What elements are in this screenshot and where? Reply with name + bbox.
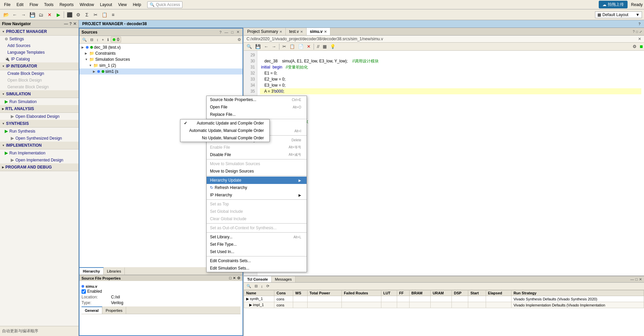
ctx-open-file[interactable]: Open File Alt+O: [207, 103, 307, 111]
nav-item-ip-catalog[interactable]: 🔌 IP Catalog: [0, 56, 78, 62]
sources-add-btn[interactable]: +: [101, 37, 105, 42]
bottom-close[interactable]: ✕: [639, 277, 642, 282]
tab-project-summary-close[interactable]: ✕: [279, 30, 282, 34]
ctx-set-used-in[interactable]: Set Used In...: [207, 248, 307, 255]
editor-cut[interactable]: ✂: [281, 43, 287, 50]
nav-section-rtl[interactable]: ▶ RTL ANALYSIS: [0, 105, 78, 113]
editor-tab-restore[interactable]: □: [636, 30, 638, 34]
submenu-auto-compile[interactable]: ✓ Automatic Update and Compile Order: [180, 119, 269, 127]
ctx-edit-simulation[interactable]: Edit Simulation Sets...: [207, 265, 307, 272]
nav-item-generate-block-design[interactable]: Generate Block Design: [0, 84, 78, 90]
tree-item-constraints[interactable]: ▶ 📁 Constraints: [79, 50, 243, 56]
ctx-hierarchy-update[interactable]: Hierarchy Update ▶: [207, 177, 307, 184]
flow-nav-close[interactable]: ✕: [73, 21, 76, 26]
sfp-tab-properties[interactable]: Properties: [102, 306, 126, 314]
editor-delete[interactable]: ✕: [306, 43, 312, 50]
sfp-tab-general[interactable]: General: [82, 306, 102, 314]
sfp-enabled-checkbox[interactable]: [82, 289, 86, 294]
nav-section-implementation[interactable]: ▼ IMPLEMENTATION: [0, 142, 78, 149]
open-button[interactable]: 📂: [2, 11, 10, 19]
nav-item-create-block-design[interactable]: Create Block Design: [0, 70, 78, 77]
sources-info-btn[interactable]: ℹ: [106, 37, 110, 43]
editor-bulb[interactable]: 💡: [329, 43, 337, 50]
run-button[interactable]: ▶: [54, 11, 62, 19]
sfp-icon-btn1[interactable]: □: [229, 276, 231, 280]
sources-search-btn[interactable]: 🔍: [81, 37, 88, 43]
sources-close[interactable]: ✕: [235, 30, 240, 35]
code-content[interactable]: dec_38 simu(A, E1, E2_low, E3_low, Y_low…: [257, 51, 644, 276]
tab-hierarchy[interactable]: Hierarchy: [79, 267, 104, 275]
menu-layout[interactable]: Layout: [97, 2, 115, 8]
tab-simu-v-close[interactable]: ✕: [324, 30, 327, 34]
editor-tab-help[interactable]: ?: [633, 30, 635, 34]
save-all-button[interactable]: 🗂: [37, 11, 45, 19]
editor-table[interactable]: ▦: [321, 43, 328, 50]
program-button[interactable]: ⬛: [65, 11, 73, 19]
tree-item-sim1[interactable]: ▼ 📁 sim_1 (2): [79, 62, 243, 68]
ctx-edit-constraints[interactable]: Edit Constraints Sets...: [207, 257, 307, 265]
editor-tab-expand[interactable]: ⤢: [639, 30, 642, 34]
filepath-close[interactable]: ✕: [638, 37, 641, 41]
nav-item-run-simulation[interactable]: ▶ Run Simulation: [0, 98, 78, 105]
save-button[interactable]: 💾: [28, 11, 36, 19]
sources-help[interactable]: ?: [218, 30, 222, 35]
undo-button[interactable]: ←: [11, 11, 19, 19]
sources-filter-btn[interactable]: ⊟: [89, 37, 95, 43]
ctx-refresh-hierarchy[interactable]: ↻ Refresh Hierarchy: [207, 184, 307, 191]
layout-select[interactable]: ▦ Default Layout ▼: [595, 11, 642, 18]
editor-back[interactable]: ←: [263, 43, 270, 50]
redo-button[interactable]: →: [19, 11, 28, 19]
ctx-set-file-type[interactable]: Set File Type...: [207, 241, 307, 248]
sources-gear[interactable]: ⚙: [237, 37, 241, 42]
menu-edit[interactable]: Edit: [14, 2, 26, 8]
nav-section-synthesis[interactable]: ▼ SYNTHESIS: [0, 120, 78, 128]
bottom-restore[interactable]: □: [635, 277, 638, 282]
bottom-search[interactable]: 🔍: [245, 283, 253, 289]
submenu-auto-manual[interactable]: Automatic Update, Manual Compile Order: [180, 127, 269, 134]
sfp-icon-btn2[interactable]: ✕: [233, 276, 236, 280]
bottom-minimize[interactable]: —: [630, 277, 634, 282]
nav-item-run-synthesis[interactable]: ▶ Run Synthesis: [0, 128, 78, 135]
bottom-expand[interactable]: ↕: [260, 284, 264, 289]
tab-test-v-close[interactable]: ✕: [300, 30, 303, 34]
menu-view[interactable]: View: [115, 2, 129, 8]
editor-paste[interactable]: 📄: [297, 43, 305, 50]
ctx-move-to-design[interactable]: Move to Design Sources: [207, 167, 307, 175]
editor-save[interactable]: 💾: [254, 43, 262, 50]
upload-button[interactable]: ☁ 拍拖上传: [599, 1, 628, 8]
bottom-tab-messages[interactable]: Messages: [272, 276, 296, 282]
nav-item-run-implementation[interactable]: ▶ Run Implementation: [0, 149, 78, 156]
ctx-ip-hierarchy[interactable]: IP Hierarchy ▶: [207, 191, 307, 199]
ctx-set-library[interactable]: Set Library... Alt+L: [207, 233, 307, 241]
nav-section-program-debug[interactable]: ▶ PROGRAM AND DEBUG: [0, 163, 78, 171]
copy-button[interactable]: 📋: [100, 11, 108, 19]
menu-reports[interactable]: Reports: [57, 2, 76, 8]
nav-item-open-block-design[interactable]: Open Block Design: [0, 77, 78, 84]
bottom-tab-tcl[interactable]: Tcl Console: [244, 276, 272, 282]
nav-item-settings[interactable]: ⚙ Settings: [0, 36, 78, 42]
nav-section-ip-integrator[interactable]: ▼ IP INTEGRATOR: [0, 62, 78, 70]
close-button[interactable]: ✕: [46, 11, 54, 19]
pm-help[interactable]: ?: [638, 22, 641, 26]
ctx-disable-file[interactable]: Disable File Alt+减号: [207, 151, 307, 158]
menu-window[interactable]: Window: [77, 2, 97, 8]
editor-gear[interactable]: ⚙: [631, 43, 638, 50]
flow-nav-minimize[interactable]: —: [64, 21, 68, 26]
editor-search[interactable]: 🔍: [245, 43, 253, 50]
sources-restore[interactable]: □: [230, 30, 234, 35]
sum-button[interactable]: Σ: [83, 11, 91, 19]
quick-access-input[interactable]: 🔍 Quick Access: [147, 1, 182, 8]
sources-expand-btn[interactable]: ↕: [95, 37, 100, 42]
nav-item-open-synthesized[interactable]: ▶ Open Synthesized Design: [0, 135, 78, 142]
tab-libraries[interactable]: Libraries: [104, 267, 125, 275]
nav-item-open-elaborated[interactable]: ▶ Open Elaborated Design: [0, 113, 78, 120]
tab-project-summary[interactable]: Project Summary ✕: [244, 28, 286, 35]
editor-forward[interactable]: →: [270, 43, 277, 50]
nav-item-open-implemented[interactable]: ▶ Open Implemented Design: [0, 156, 78, 163]
flow-nav-help[interactable]: ?: [69, 21, 72, 26]
nav-section-simulation[interactable]: ▼ SIMULATION: [0, 90, 78, 98]
editor-copy[interactable]: 📋: [288, 43, 296, 50]
nav-item-language-templates[interactable]: Language Templates: [0, 49, 78, 56]
table-row-impl1[interactable]: ▶ impl_1 cons: [244, 302, 644, 308]
nav-section-project-manager[interactable]: ▼ PROJECT MANAGER: [0, 28, 78, 36]
